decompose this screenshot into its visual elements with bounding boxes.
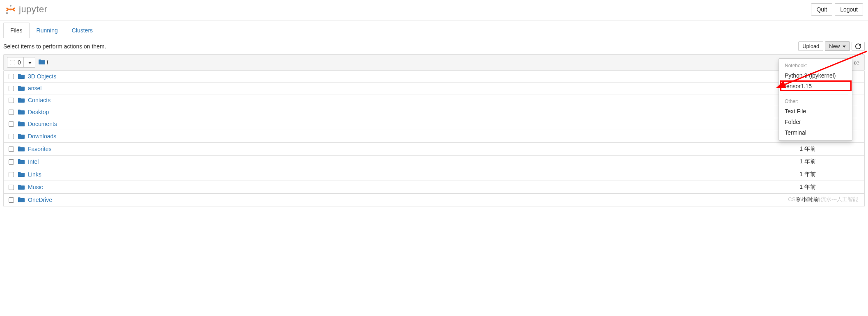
tabs: Files Running Clusters (0, 23, 868, 38)
file-name-link[interactable]: Contacts (28, 97, 779, 103)
list-item: Contacts (3, 94, 865, 106)
dropdown-header-other: Other: (779, 97, 852, 106)
list-item: OneDrive9 小时前 (3, 194, 865, 206)
folder-icon (18, 197, 25, 203)
folder-icon (18, 184, 25, 190)
file-name-link[interactable]: OneDrive (28, 197, 779, 203)
list-item: Music1 年前 (3, 181, 865, 194)
row-checkbox[interactable] (9, 74, 14, 79)
list-item: Downloads4 天前 (3, 130, 865, 143)
svg-point-1 (6, 12, 8, 14)
svg-point-0 (10, 5, 11, 7)
select-all-checkbox[interactable] (10, 60, 15, 65)
refresh-icon (855, 44, 861, 49)
folder-icon (18, 109, 25, 115)
file-name-link[interactable]: ansel (28, 85, 779, 92)
logo[interactable]: jupyter (5, 4, 48, 15)
file-modified: 9 小时前 (779, 196, 836, 204)
row-checkbox[interactable] (9, 121, 14, 127)
row-checkbox[interactable] (9, 98, 14, 103)
folder-icon (18, 159, 25, 165)
toolbar-hint: Select items to perform actions on them. (3, 43, 106, 50)
folder-icon (18, 85, 25, 91)
tab-running[interactable]: Running (30, 23, 65, 38)
file-list: 3D ObjectsanselContactsDesktopDocumentsD… (3, 71, 865, 206)
folder-icon (18, 121, 25, 127)
select-all-control: 0 (7, 57, 35, 68)
dropdown-header-notebook: Notebook: (779, 61, 852, 70)
file-name-link[interactable]: Music (28, 184, 779, 190)
file-name-link[interactable]: Links (28, 171, 779, 178)
new-button-label: New (829, 43, 840, 49)
list-item: ansel (3, 82, 865, 94)
list-item: Desktop (3, 106, 865, 118)
dropdown-divider (783, 94, 848, 94)
file-modified: 1 年前 (779, 183, 836, 191)
list-item: Documents (3, 118, 865, 130)
folder-icon (18, 172, 25, 177)
file-name-link[interactable]: 3D Objects (28, 73, 779, 80)
row-checkbox[interactable] (9, 159, 14, 165)
select-count: 0 (18, 59, 21, 66)
toolbar-actions: Upload New (798, 41, 865, 51)
header: jupyter Quit Logout (0, 0, 868, 21)
logo-text: jupyter (19, 4, 48, 15)
new-folder[interactable]: Folder (779, 117, 852, 127)
file-name-link[interactable]: Intel (28, 158, 779, 165)
list-item: Intel1 年前 (3, 156, 865, 168)
file-name-link[interactable]: Documents (28, 121, 779, 127)
file-name-link[interactable]: Downloads (28, 133, 779, 140)
row-checkbox[interactable] (9, 147, 14, 152)
header-buttons: Quit Logout (811, 3, 863, 16)
list-item: Favorites1 年前 (3, 143, 865, 156)
folder-icon (18, 133, 25, 139)
row-checkbox[interactable] (9, 197, 14, 203)
list-header: 0 / Name ce (3, 54, 865, 71)
list-item: Links1 年前 (3, 168, 865, 181)
tab-clusters[interactable]: Clusters (65, 23, 100, 38)
kernel-python3[interactable]: Python 3 (ipykernel) (779, 70, 852, 81)
breadcrumb-root[interactable]: / (47, 59, 48, 66)
row-checkbox[interactable] (9, 172, 14, 177)
caret-down-icon (843, 46, 846, 48)
list-item: 3D Objects (3, 71, 865, 82)
quit-button[interactable]: Quit (811, 3, 832, 16)
folder-icon (18, 73, 25, 79)
file-modified: 1 年前 (779, 171, 836, 178)
file-name-link[interactable]: Favorites (28, 146, 779, 152)
refresh-button[interactable] (852, 42, 865, 51)
new-dropdown: Notebook: Python 3 (ipykernel) tensor1.1… (779, 58, 852, 141)
caret-down-icon (28, 62, 32, 64)
row-checkbox[interactable] (9, 185, 14, 190)
file-modified: 1 年前 (779, 145, 836, 153)
row-checkbox[interactable] (9, 110, 14, 115)
file-name-link[interactable]: Desktop (28, 109, 779, 115)
toolbar: Select items to perform actions on them.… (0, 38, 868, 54)
jupyter-icon (5, 4, 16, 15)
select-all-checkbox-wrap[interactable]: 0 (7, 57, 23, 67)
tab-files[interactable]: Files (3, 23, 30, 38)
upload-button[interactable]: Upload (798, 41, 823, 51)
new-text-file[interactable]: Text File (779, 106, 852, 117)
row-checkbox[interactable] (9, 86, 14, 91)
logout-button[interactable]: Logout (835, 3, 863, 16)
folder-icon (18, 146, 25, 152)
row-checkbox[interactable] (9, 134, 14, 139)
new-button[interactable]: New (825, 41, 850, 51)
kernel-tensor[interactable]: tensor1.15 (779, 81, 852, 92)
select-dropdown-toggle[interactable] (23, 57, 35, 67)
breadcrumb-folder-icon[interactable] (39, 59, 45, 66)
new-terminal[interactable]: Terminal (779, 127, 852, 138)
file-modified: 1 年前 (779, 158, 836, 165)
folder-icon (18, 97, 25, 103)
